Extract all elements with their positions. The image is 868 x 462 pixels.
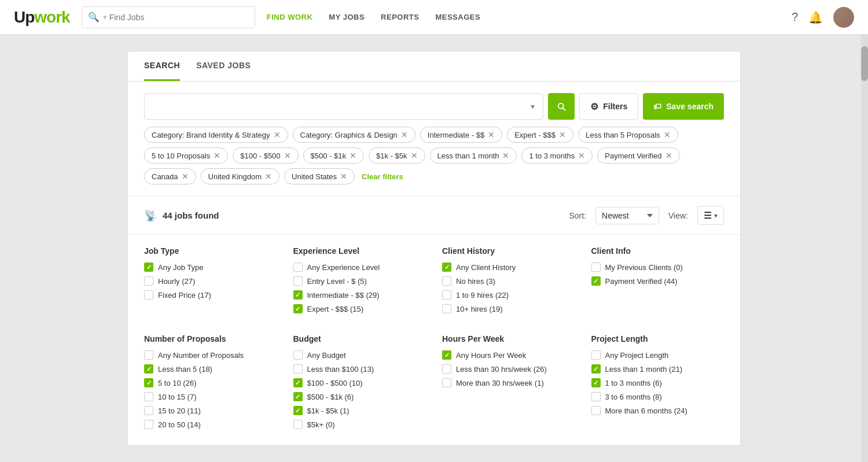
view-toggle-button[interactable]: ☰ ▾ — [697, 206, 724, 225]
checkbox-length-3-6m[interactable] — [591, 392, 601, 401]
filter-tag-5[interactable]: 5 to 10 Proposals✕ — [144, 147, 228, 164]
checkbox-job-type-fixed[interactable] — [144, 290, 153, 300]
budget-1k-5k[interactable]: $1k - $5k (1) — [293, 406, 426, 415]
checkbox-info-payment[interactable] — [591, 276, 601, 286]
scrollbar[interactable] — [861, 0, 868, 462]
filter-tag-13[interactable]: United Kingdom✕ — [201, 168, 280, 184]
history-1-9[interactable]: 1 to 9 hires (22) — [442, 290, 575, 300]
logo[interactable]: Upwork — [14, 8, 70, 27]
save-search-button[interactable]: 🏷 Save search — [643, 93, 724, 120]
length-gt6m[interactable]: More than 6 months (24) — [591, 406, 724, 415]
search-button[interactable] — [548, 93, 575, 120]
remove-tag-14[interactable]: ✕ — [340, 172, 347, 181]
history-any[interactable]: Any Client History — [442, 263, 575, 272]
checkbox-hours-any[interactable] — [442, 350, 451, 360]
filter-tag-3[interactable]: Expert - $$$✕ — [507, 127, 573, 143]
exp-intermediate[interactable]: Intermediate - $$ (29) — [293, 290, 426, 300]
checkbox-history-no-hires[interactable] — [442, 276, 451, 286]
filter-tag-2[interactable]: Intermediate - $$✕ — [420, 127, 502, 143]
search-dropdown-arrow[interactable]: ▾ — [103, 13, 107, 21]
filter-tag-8[interactable]: $1k - $5k✕ — [369, 147, 425, 164]
checkbox-job-type-hourly[interactable] — [144, 276, 153, 286]
filter-tag-6[interactable]: $100 - $500✕ — [233, 147, 298, 164]
remove-tag-6[interactable]: ✕ — [284, 151, 291, 160]
checkbox-info-previous[interactable] — [591, 263, 601, 272]
job-type-fixed[interactable]: Fixed Price (17) — [144, 290, 277, 300]
length-any[interactable]: Any Project Length — [591, 350, 724, 360]
hours-gt30[interactable]: More than 30 hrs/week (1) — [442, 378, 575, 387]
history-10plus[interactable]: 10+ hires (19) — [442, 304, 575, 313]
checkbox-proposals-any[interactable] — [144, 350, 153, 360]
tab-search[interactable]: SEARCH — [144, 51, 180, 81]
checkbox-length-any[interactable] — [591, 350, 601, 360]
job-type-hourly[interactable]: Hourly (27) — [144, 276, 277, 286]
checkbox-proposals-5-10[interactable] — [144, 378, 153, 387]
checkbox-exp-expert[interactable] — [293, 304, 303, 313]
hours-any[interactable]: Any Hours Per Week — [442, 350, 575, 360]
filter-tag-4[interactable]: Less than 5 Proposals✕ — [578, 127, 678, 143]
search-input[interactable]: Graphic Design Web Design — [153, 102, 531, 112]
help-icon[interactable]: ? — [792, 10, 798, 24]
checkbox-budget-5kplus[interactable] — [293, 420, 303, 429]
history-no-hires[interactable]: No hires (3) — [442, 276, 575, 286]
filter-tag-12[interactable]: Canada✕ — [144, 168, 196, 184]
remove-tag-3[interactable]: ✕ — [559, 130, 566, 139]
filter-tag-0[interactable]: Category: Brand Identity & Strategy✕ — [144, 127, 288, 143]
remove-tag-2[interactable]: ✕ — [488, 130, 495, 139]
avatar[interactable] — [833, 7, 854, 28]
proposals-5-10[interactable]: 5 to 10 (26) — [144, 378, 277, 387]
length-lt1m[interactable]: Less than 1 month (21) — [591, 364, 724, 374]
checkbox-length-gt6m[interactable] — [591, 406, 601, 415]
filter-tag-11[interactable]: Payment Verified✕ — [597, 147, 679, 164]
exp-any[interactable]: Any Experience Level — [293, 263, 426, 272]
remove-tag-12[interactable]: ✕ — [182, 172, 189, 181]
search-dropdown-button[interactable]: ▾ — [531, 102, 535, 111]
nav-reports[interactable]: REPORTS — [381, 13, 419, 21]
remove-tag-11[interactable]: ✕ — [665, 151, 672, 160]
proposals-any[interactable]: Any Number of Proposals — [144, 350, 277, 360]
checkbox-length-1-3m[interactable] — [591, 378, 601, 387]
length-1-3m[interactable]: 1 to 3 months (6) — [591, 378, 724, 387]
checkbox-proposals-15-20[interactable] — [144, 406, 153, 415]
remove-tag-4[interactable]: ✕ — [664, 130, 671, 139]
proposals-lt5[interactable]: Less than 5 (18) — [144, 364, 277, 374]
scrollbar-thumb[interactable] — [861, 46, 868, 81]
checkbox-budget-100-500[interactable] — [293, 378, 303, 387]
remove-tag-8[interactable]: ✕ — [411, 151, 418, 160]
exp-expert[interactable]: Expert - $$$ (15) — [293, 304, 426, 313]
budget-any[interactable]: Any Budget — [293, 350, 426, 360]
checkbox-job-type-any[interactable] — [144, 263, 153, 272]
nav-my-jobs[interactable]: MY JOBS — [329, 13, 365, 21]
filter-tag-1[interactable]: Category: Graphics & Design✕ — [293, 127, 415, 143]
budget-lt100[interactable]: Less than $100 (13) — [293, 364, 426, 374]
info-previous[interactable]: My Previous Clients (0) — [591, 263, 724, 272]
remove-tag-9[interactable]: ✕ — [502, 151, 509, 160]
checkbox-exp-intermediate[interactable] — [293, 290, 303, 300]
checkbox-length-lt1m[interactable] — [591, 364, 601, 374]
checkbox-budget-500-1k[interactable] — [293, 392, 303, 401]
budget-100-500[interactable]: $100 - $500 (10) — [293, 378, 426, 387]
sort-select[interactable]: Newest Oldest Relevance — [595, 207, 659, 224]
proposals-20-50[interactable]: 20 to 50 (14) — [144, 420, 277, 429]
filters-button[interactable]: ⚙ Filters — [579, 93, 638, 120]
tab-saved-jobs[interactable]: SAVED JOBS — [196, 51, 251, 81]
checkbox-hours-lt30[interactable] — [442, 364, 451, 374]
checkbox-exp-any[interactable] — [293, 263, 303, 272]
filter-tag-10[interactable]: 1 to 3 months✕ — [521, 147, 593, 164]
exp-entry[interactable]: Entry Level - $ (5) — [293, 276, 426, 286]
checkbox-budget-1k-5k[interactable] — [293, 406, 303, 415]
filter-tag-14[interactable]: United States✕ — [284, 168, 355, 184]
job-type-any[interactable]: Any Job Type — [144, 263, 277, 272]
checkbox-history-10plus[interactable] — [442, 304, 451, 313]
proposals-10-15[interactable]: 10 to 15 (7) — [144, 392, 277, 401]
checkbox-proposals-10-15[interactable] — [144, 392, 153, 401]
remove-tag-10[interactable]: ✕ — [578, 151, 585, 160]
checkbox-proposals-20-50[interactable] — [144, 420, 153, 429]
navbar-search-input[interactable] — [109, 13, 248, 22]
remove-tag-0[interactable]: ✕ — [274, 130, 281, 139]
length-3-6m[interactable]: 3 to 6 months (8) — [591, 392, 724, 401]
filter-tag-7[interactable]: $500 - $1k✕ — [303, 147, 364, 164]
checkbox-hours-gt30[interactable] — [442, 378, 451, 387]
checkbox-proposals-lt5[interactable] — [144, 364, 153, 374]
checkbox-exp-entry[interactable] — [293, 276, 303, 286]
